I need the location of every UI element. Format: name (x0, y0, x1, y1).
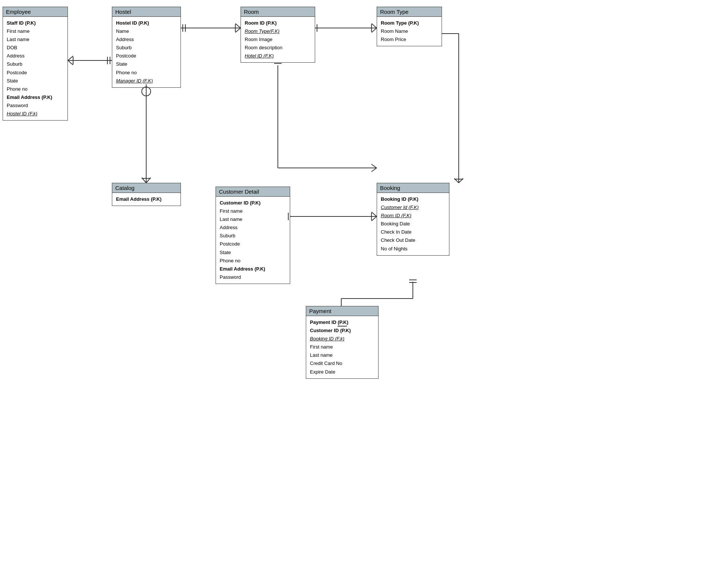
field-roomtype-price: Room Price (381, 35, 438, 44)
crow-emp-bottom (68, 60, 73, 65)
field-room-image: Room Image (245, 35, 311, 44)
field-hostel-managerid: Manager ID (F.K) (116, 77, 177, 85)
field-payment-firstname: First name (310, 343, 374, 351)
field-payment-expire: Expire Date (310, 368, 374, 376)
field-employee-dob: DOB (7, 44, 64, 52)
crow-booking-room-top (371, 164, 377, 168)
field-payment-id: Payment ID (P.K) (310, 318, 374, 327)
field-room-type: Room Type(F.K) (245, 27, 311, 35)
field-customer-id: Customer ID (P.K) (220, 199, 286, 207)
field-hostel-postcode: Postcode (116, 52, 177, 60)
field-customer-postcode: Postcode (220, 240, 286, 248)
field-customer-email: Email Address (P.K) (220, 265, 286, 273)
crow-booking-rt-right (459, 178, 463, 183)
crow-booking-cust-bottom (371, 216, 377, 221)
field-customer-password: Password (220, 273, 286, 281)
field-customer-phoneno: Phone no (220, 257, 286, 265)
entity-customerdetail-body: Customer ID (P.K) First name Last name A… (216, 197, 290, 284)
crow-room-bottom (235, 28, 241, 32)
field-hostel-id: Hostel ID (P.K) (116, 19, 177, 27)
connectors (0, 0, 728, 587)
entity-room-body: Room ID (P.K) Room Type(F.K) Room Image … (241, 17, 315, 62)
entity-booking: Booking Booking ID (P.K) Customer Id (F.… (377, 183, 449, 256)
field-customer-address: Address (220, 224, 286, 232)
crow-booking-cust-top (371, 212, 377, 216)
field-hostel-name: Name (116, 27, 177, 35)
entity-roomtype-body: Room Type (P.K) Room Name Room Price (377, 17, 442, 46)
field-payment-customerid: Customer ID (P.K) (310, 327, 374, 335)
field-booking-date: Booking Date (381, 220, 445, 228)
field-booking-nights: No of Nights (381, 245, 445, 253)
entity-catalog: Catalog Email Address (P.K) (112, 183, 181, 206)
crow-cat-right (146, 178, 151, 183)
entity-customerdetail-header: Customer Detail (216, 187, 290, 197)
entity-employee-header: Employee (3, 7, 68, 17)
entity-roomtype: Room Type Room Type (P.K) Room Name Room… (377, 7, 442, 46)
field-hostel-address: Address (116, 35, 177, 44)
crow-rt-top (371, 24, 377, 28)
field-roomtype-name: Room Name (381, 27, 438, 35)
field-booking-roomid: Room ID (F.K) (381, 212, 445, 220)
field-booking-customerid: Customer Id (F.K) (381, 203, 445, 212)
field-room-hotelid: Hotel ID (F.K) (245, 52, 311, 60)
entity-booking-header: Booking (377, 183, 449, 193)
entity-room: Room Room ID (P.K) Room Type(F.K) Room I… (241, 7, 315, 63)
entity-payment-body: Payment ID (P.K) Customer ID (P.K) Booki… (306, 316, 378, 378)
entity-hostel: Hostel Hostel ID (P.K) Name Address Subu… (112, 7, 181, 88)
entity-catalog-header: Catalog (112, 183, 181, 193)
entity-roomtype-header: Room Type (377, 7, 442, 17)
field-payment-bookingid: Booking ID (F.k) (310, 335, 374, 343)
crow-cat-left (142, 178, 146, 183)
field-booking-checkin: Check In Date (381, 228, 445, 236)
field-employee-email: Email Address (P.K) (7, 93, 64, 102)
entity-employee: Employee Staff ID (P.K) First name Last … (3, 7, 68, 121)
field-catalog-email: Email Address (P.K) (116, 195, 177, 203)
field-employee-phoneno: Phone no (7, 85, 64, 93)
crow-booking-rt-left (454, 178, 459, 183)
field-payment-creditcard: Credit Card No (310, 359, 374, 368)
circle-hostel-catalog (142, 87, 151, 96)
field-employee-firstname: First name (7, 27, 64, 35)
field-employee-hostelid: Hostel ID (F.k) (7, 110, 64, 118)
crow-emp-top (68, 56, 73, 60)
entity-payment: Payment Payment ID (P.K) Customer ID (P.… (306, 306, 379, 379)
field-employee-staffid: Staff ID (P.K) (7, 19, 64, 27)
entity-hostel-header: Hostel (112, 7, 181, 17)
field-roomtype-id: Room Type (P.K) (381, 19, 438, 27)
field-customer-firstname: First name (220, 207, 286, 215)
field-employee-address: Address (7, 52, 64, 60)
field-hostel-suburb: Suburb (116, 44, 177, 52)
crow-rt-bottom (371, 28, 377, 32)
field-employee-postcode: Postcode (7, 69, 64, 77)
field-employee-suburb: Suburb (7, 60, 64, 68)
field-hostel-state: State (116, 60, 177, 68)
entity-room-header: Room (241, 7, 315, 17)
field-employee-password: Password (7, 102, 64, 110)
field-customer-suburb: Suburb (220, 232, 286, 240)
entity-customerdetail: Customer Detail Customer ID (P.K) First … (216, 187, 290, 284)
crow-booking-room-bottom (371, 168, 377, 172)
entity-payment-header: Payment (306, 306, 378, 316)
field-employee-lastname: Last name (7, 35, 64, 44)
field-hostel-phoneno: Phone no (116, 69, 177, 77)
field-room-description: Room description (245, 44, 311, 52)
entity-booking-body: Booking ID (P.K) Customer Id (F.K) Room … (377, 193, 449, 255)
field-customer-state: State (220, 249, 286, 257)
field-payment-lastname: Last name (310, 351, 374, 359)
field-customer-lastname: Last name (220, 215, 286, 224)
field-booking-id: Booking ID (P.K) (381, 195, 445, 203)
entity-employee-body: Staff ID (P.K) First name Last name DOB … (3, 17, 68, 120)
crow-room-top (235, 24, 241, 28)
entity-catalog-body: Email Address (P.K) (112, 193, 181, 206)
entity-hostel-body: Hostel ID (P.K) Name Address Suburb Post… (112, 17, 181, 87)
field-booking-checkout: Check Out Date (381, 236, 445, 244)
field-room-id: Room ID (P.K) (245, 19, 311, 27)
field-employee-state: State (7, 77, 64, 85)
